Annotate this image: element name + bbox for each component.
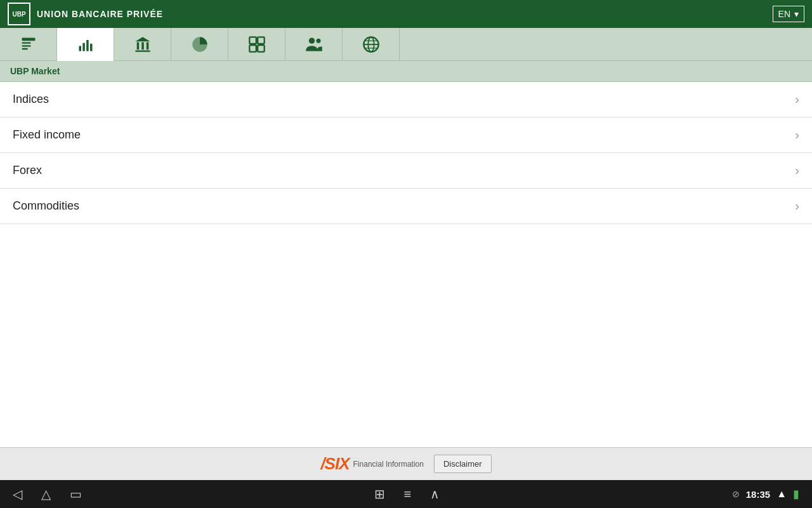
svg-rect-13 <box>249 37 256 44</box>
svg-rect-10 <box>141 42 144 50</box>
svg-rect-9 <box>136 42 139 50</box>
svg-point-17 <box>308 37 314 43</box>
nav-item-news[interactable] <box>0 28 57 61</box>
android-bar: ◁ △ ▭ ⊞ ≡ ∧ ⊘ 18:35 ▲ ▮ <box>0 480 812 508</box>
svg-rect-0 <box>22 37 35 41</box>
svg-rect-14 <box>258 37 265 44</box>
menu-button[interactable]: ≡ <box>404 487 412 502</box>
no-sim-icon: ⊘ <box>732 489 740 499</box>
android-nav-left: ◁ △ ▭ <box>13 486 82 502</box>
svg-rect-11 <box>146 42 148 50</box>
chevron-right-icon: › <box>795 163 799 178</box>
android-status-right: ⊘ 18:35 ▲ ▮ <box>732 487 799 501</box>
logo-text: UBP <box>12 11 25 18</box>
battery-icon: ▮ <box>793 487 799 501</box>
wifi-icon: ▲ <box>776 488 787 500</box>
section-title: UBP Market <box>10 66 60 76</box>
analytics-icon <box>248 36 266 53</box>
svg-rect-12 <box>135 50 150 51</box>
svg-point-18 <box>316 38 320 43</box>
nav-item-portfolio[interactable] <box>171 28 228 61</box>
pie-icon <box>191 36 209 53</box>
up-button[interactable]: ∧ <box>430 486 440 502</box>
nav-item-bank[interactable] <box>114 28 171 61</box>
six-subtitle: Financial Information <box>353 460 424 469</box>
nav-item-globe[interactable] <box>343 28 400 61</box>
globe-icon <box>362 36 380 53</box>
svg-rect-4 <box>79 46 81 51</box>
svg-rect-15 <box>249 45 256 52</box>
back-button[interactable]: ◁ <box>13 486 22 502</box>
time-display: 18:35 <box>746 489 770 500</box>
news-icon <box>20 36 37 53</box>
forex-label: Forex <box>13 164 42 177</box>
logo-box: UBP <box>8 3 30 25</box>
bank-name: UNION BANCAIRE PRIVÉE <box>37 9 163 19</box>
footer: /SIX Financial Information Disclaimer <box>0 447 812 480</box>
language-text: EN <box>778 9 790 19</box>
top-header: UBP UNION BANCAIRE PRIVÉE EN ▾ <box>0 0 812 28</box>
svg-rect-6 <box>86 40 89 51</box>
chevron-right-icon: › <box>795 92 799 107</box>
list-item-fixed-income[interactable]: Fixed income › <box>0 117 812 153</box>
chevron-right-icon: › <box>795 128 799 142</box>
home-button[interactable]: △ <box>41 486 51 502</box>
svg-rect-7 <box>90 43 93 51</box>
nav-bar <box>0 28 812 61</box>
chart-icon <box>77 36 95 53</box>
svg-rect-16 <box>258 45 265 52</box>
chevron-right-icon: › <box>795 199 799 213</box>
chevron-down-icon: ▾ <box>794 9 799 19</box>
svg-marker-8 <box>135 37 150 41</box>
six-logo-text: /SIX <box>320 454 349 474</box>
svg-rect-3 <box>22 48 27 49</box>
six-logo: /SIX Financial Information <box>320 454 424 474</box>
fixed-income-label: Fixed income <box>13 128 81 142</box>
section-header: UBP Market <box>0 61 812 82</box>
svg-rect-2 <box>22 45 30 46</box>
list-item-indices[interactable]: Indices › <box>0 82 812 117</box>
bank-icon <box>134 36 152 53</box>
main-content: Indices › Fixed income › Forex › Commodi… <box>0 82 812 224</box>
people-icon <box>305 36 323 53</box>
nav-item-analytics[interactable] <box>228 28 285 61</box>
list-item-commodities[interactable]: Commodities › <box>0 189 812 224</box>
qr-button[interactable]: ⊞ <box>374 486 385 502</box>
svg-rect-1 <box>22 42 30 43</box>
language-selector[interactable]: EN ▾ <box>773 6 804 22</box>
nav-item-market[interactable] <box>57 28 114 61</box>
svg-rect-5 <box>82 43 85 51</box>
recents-button[interactable]: ▭ <box>70 486 82 502</box>
indices-label: Indices <box>13 93 49 106</box>
android-nav-center: ⊞ ≡ ∧ <box>374 486 440 502</box>
logo-area: UBP UNION BANCAIRE PRIVÉE <box>8 3 163 25</box>
commodities-label: Commodities <box>13 199 79 213</box>
disclaimer-button[interactable]: Disclaimer <box>434 455 492 473</box>
nav-item-people[interactable] <box>285 28 343 61</box>
list-item-forex[interactable]: Forex › <box>0 153 812 189</box>
